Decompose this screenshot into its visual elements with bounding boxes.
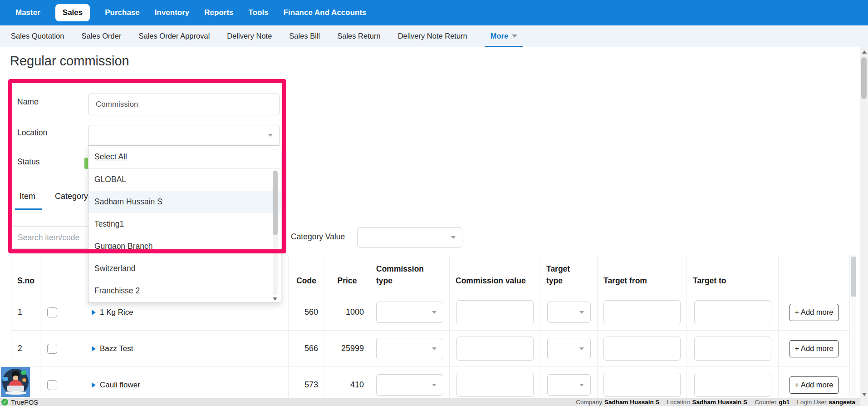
dropdown-option-sadham-hussain-s[interactable]: Sadham Hussain S [88,191,281,213]
dropdown-scrollbar-thumb[interactable] [273,171,278,235]
target-from-input[interactable] [603,300,681,324]
support-mascot[interactable] [1,367,30,397]
commission-value-input[interactable] [456,337,534,361]
chevron-down-icon [432,347,436,350]
target-to-input[interactable] [694,300,771,324]
commission-value-input[interactable] [456,373,534,397]
sub-nav-sales-order-approval[interactable]: Sales Order Approval [138,32,210,40]
header-price: Price [324,255,370,294]
target-to-input[interactable] [694,373,771,397]
commission-type-cell [370,294,450,331]
company-info: Company Sadham Hussain S [576,399,659,406]
top-nav-reports[interactable]: Reports [204,8,233,17]
top-nav-bar: Master Sales Purchase Inventory Reports … [0,0,868,25]
sub-nav-more[interactable]: More [485,25,523,47]
page-scrollbar[interactable] [860,47,868,406]
top-nav-purchase[interactable]: Purchase [105,8,140,17]
top-nav-sales[interactable]: Sales [55,4,90,21]
header-commission-value: Commission value [450,255,540,294]
commission-type-select[interactable] [376,374,443,396]
scroll-down-icon[interactable] [862,393,867,396]
sub-nav-sales-bill[interactable]: Sales Bill [289,32,320,40]
select-all-row[interactable]: Select All [88,146,281,168]
target-type-select[interactable] [547,338,591,359]
chat-bubble-icon [3,377,8,381]
dropdown-option-switzerland[interactable]: Switzerland [88,257,281,280]
screen: Master Sales Purchase Inventory Reports … [0,0,868,406]
top-nav-master[interactable]: Master [15,8,40,17]
login-user-label: Login User [797,399,826,406]
expand-row-icon[interactable] [92,346,96,352]
add-more-cell: + Add more [779,294,850,331]
sub-nav-delivery-note[interactable]: Delivery Note [227,32,272,40]
name-label: Name [17,97,39,107]
target-type-cell [540,294,598,331]
commission-type-select[interactable] [376,302,443,323]
page-scrollbar-thumb[interactable] [861,57,867,99]
row-code: 566 [289,331,324,367]
add-more-button[interactable]: + Add more [790,304,839,321]
location-select[interactable] [88,125,280,146]
add-more-button[interactable]: + Add more [790,376,839,394]
laptop-icon [7,386,24,391]
login-user-value: sangeeta [829,399,855,406]
tab-category[interactable]: Category [55,192,88,201]
target-to-input[interactable] [694,337,771,361]
status-label: Status [17,157,40,167]
chevron-down-icon [432,311,436,314]
chevron-down-icon [268,134,273,137]
row-price: 25999 [324,331,370,367]
expand-row-icon[interactable] [92,310,96,315]
category-value-select[interactable] [357,227,462,248]
commission-value-input[interactable] [456,300,534,324]
target-from-cell [598,331,687,367]
sub-nav-delivery-note-return[interactable]: Delivery Note Return [398,32,467,40]
dropdown-option-global[interactable]: GLOBAL [88,168,281,191]
row-checkbox-cell [40,294,86,331]
target-to-cell [687,294,779,331]
active-tab-underline [15,208,42,210]
commission-type-select[interactable] [376,338,443,359]
name-input[interactable] [88,94,280,115]
dropdown-option-franchisse-2[interactable]: Franchisse 2 [88,280,281,302]
target-type-select[interactable] [547,302,591,323]
target-from-input[interactable] [603,337,681,361]
row-checkbox-cell [40,331,86,367]
commission-value-cell [450,294,540,331]
top-nav-tools[interactable]: Tools [249,8,269,17]
mascot-base [5,391,26,395]
item-name: 1 Kg Rice [100,308,133,317]
header-target-type-text: Target type [546,263,588,287]
header-actions [779,255,850,294]
status-bar: TruePOS Company Sadham Hussain S Locatio… [0,398,860,406]
commission-value-cell [450,331,540,367]
row-price: 1000 [324,294,370,331]
scroll-up-icon[interactable] [862,50,867,54]
table-scrollbar-thumb[interactable] [851,257,856,297]
target-type-select[interactable] [547,374,591,396]
sub-nav-sales-return[interactable]: Sales Return [337,32,380,40]
dropdown-option-testing1[interactable]: Testing1 [88,213,281,235]
select-all-link[interactable]: Select All [94,152,127,162]
dropdown-scrollbar[interactable] [273,170,278,295]
dropdown-option-gurgaon-branch[interactable]: Gurgaon Branch [88,235,281,257]
scroll-down-icon[interactable] [273,297,277,301]
company-label: Company [576,399,602,406]
expand-row-icon[interactable] [92,382,96,388]
row-checkbox[interactable] [47,344,57,354]
header-code: Code [289,255,324,294]
header-target-to: Target to [687,255,779,294]
top-nav-inventory[interactable]: Inventory [155,8,190,17]
row-checkbox[interactable] [47,307,57,317]
commission-type-cell [370,331,450,367]
row-checkbox[interactable] [47,380,57,390]
sub-nav-sales-quotation[interactable]: Sales Quotation [11,32,64,40]
tab-item[interactable]: Item [20,192,35,201]
top-nav-finance-and-accounts[interactable]: Finance And Accounts [284,8,367,17]
sub-nav-sales-order[interactable]: Sales Order [81,32,121,40]
add-more-button[interactable]: + Add more [790,340,839,357]
table-scrollbar[interactable] [851,255,856,398]
target-from-cell [598,294,687,331]
target-from-input[interactable] [603,373,681,397]
row-code: 560 [289,294,324,331]
